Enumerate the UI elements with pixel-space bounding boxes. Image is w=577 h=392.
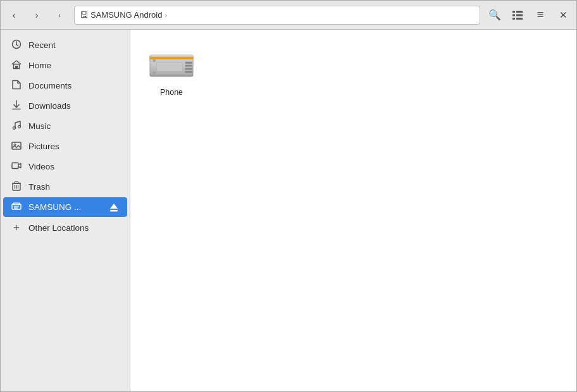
pictures-label: Pictures	[28, 142, 59, 151]
files-grid: Phone	[143, 42, 564, 102]
location-arrow-icon: ›	[164, 11, 167, 19]
sidebar-item-documents[interactable]: Documents	[3, 76, 127, 95]
home-icon	[11, 59, 22, 71]
toolbar: ‹ › ‹ 🖫 SAMSUNG Android › 🔍 ≡ ✕	[1, 1, 576, 30]
phone-drive-icon	[146, 47, 197, 85]
forward-button[interactable]: ›	[26, 4, 47, 26]
location-name: SAMSUNG Android	[90, 10, 162, 20]
svg-rect-4	[512, 18, 515, 20]
recent-label: Recent	[28, 40, 56, 50]
svg-rect-32	[150, 56, 193, 59]
svg-marker-28	[110, 204, 118, 209]
home-label: Home	[28, 61, 51, 70]
documents-icon	[11, 80, 22, 92]
svg-rect-0	[512, 11, 515, 13]
music-icon	[11, 120, 22, 132]
up-button[interactable]: ‹	[49, 4, 70, 26]
videos-label: Videos	[28, 162, 54, 171]
svg-rect-34	[185, 64, 192, 66]
svg-rect-29	[110, 210, 118, 212]
sidebar-item-samsung[interactable]: SAMSUNG ...	[3, 197, 127, 217]
close-button[interactable]: ✕	[552, 4, 574, 26]
svg-rect-3	[516, 14, 523, 16]
videos-icon	[11, 161, 22, 173]
downloads-label: Downloads	[28, 101, 71, 111]
menu-button[interactable]: ≡	[530, 4, 551, 26]
search-button[interactable]: 🔍	[484, 4, 506, 26]
other-locations-icon: +	[11, 221, 22, 234]
file-item-phone[interactable]: Phone	[143, 42, 200, 102]
trash-icon	[11, 181, 22, 193]
svg-rect-17	[12, 163, 18, 169]
eject-button[interactable]	[108, 202, 120, 213]
sidebar: Recent Home	[1, 30, 130, 391]
phone-label: Phone	[160, 88, 183, 97]
pictures-icon	[11, 140, 22, 152]
recent-icon	[11, 39, 22, 51]
svg-point-38	[153, 71, 156, 74]
main-panel: Phone	[130, 30, 576, 391]
file-manager: ‹ › ‹ 🖫 SAMSUNG Android › 🔍 ≡ ✕	[0, 0, 577, 392]
svg-point-13	[13, 127, 16, 130]
svg-rect-5	[516, 18, 523, 20]
svg-rect-39	[157, 62, 183, 71]
svg-point-37	[153, 59, 156, 61]
svg-rect-20	[15, 182, 18, 184]
sidebar-item-pictures[interactable]: Pictures	[3, 137, 127, 156]
sidebar-item-videos[interactable]: Videos	[3, 157, 127, 176]
toolbar-right: 🔍 ≡ ✕	[484, 4, 574, 26]
music-label: Music	[28, 121, 51, 131]
sidebar-item-other-locations[interactable]: + Other Locations	[3, 217, 127, 238]
svg-line-8	[16, 45, 18, 46]
svg-rect-15	[12, 142, 21, 149]
content-area: Recent Home	[1, 30, 576, 391]
svg-point-16	[14, 144, 16, 146]
svg-rect-1	[516, 11, 523, 13]
samsung-label: SAMSUNG ...	[28, 202, 81, 212]
sidebar-item-downloads[interactable]: Downloads	[3, 96, 127, 116]
location-bar: 🖫 SAMSUNG Android ›	[74, 6, 480, 25]
trash-label: Trash	[28, 182, 50, 192]
view-list-button[interactable]	[507, 4, 528, 26]
sidebar-item-recent[interactable]: Recent	[3, 35, 127, 55]
svg-rect-36	[185, 71, 192, 73]
svg-point-14	[18, 126, 21, 128]
svg-rect-40	[150, 75, 193, 77]
svg-rect-10	[15, 66, 18, 69]
location-drive-icon: 🖫	[80, 10, 88, 20]
other-locations-label: Other Locations	[28, 223, 89, 233]
sidebar-item-music[interactable]: Music	[3, 116, 127, 136]
downloads-icon	[11, 100, 22, 112]
svg-rect-35	[185, 68, 192, 70]
svg-rect-33	[185, 61, 192, 63]
sidebar-item-home[interactable]: Home	[3, 56, 127, 75]
documents-label: Documents	[28, 81, 71, 90]
samsung-icon	[11, 201, 22, 213]
svg-rect-2	[512, 14, 515, 16]
back-button[interactable]: ‹	[3, 4, 25, 26]
sidebar-item-trash[interactable]: Trash	[3, 177, 127, 197]
